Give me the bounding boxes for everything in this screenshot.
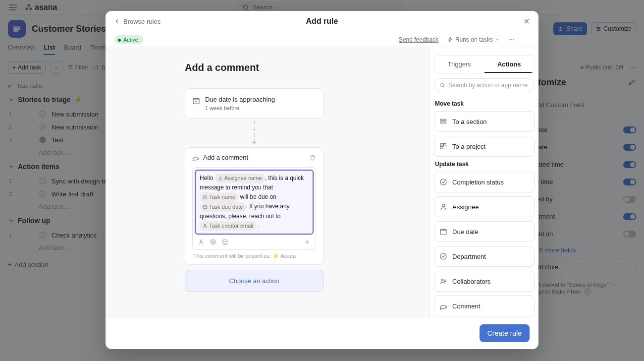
calendar-clock-icon [192, 97, 200, 105]
arrow-left-icon [113, 18, 120, 25]
action-option-label: Due date [452, 228, 479, 236]
svg-point-36 [441, 279, 443, 281]
svg-point-33 [442, 204, 444, 207]
action-header-label: Add a comment [203, 154, 248, 161]
arrow-down-icon [251, 138, 258, 145]
person-icon [203, 223, 208, 228]
action-option[interactable]: Collaborators [434, 271, 535, 292]
svg-point-37 [444, 280, 446, 282]
action-option-label: Collaborators [452, 278, 490, 285]
token-assignee-name[interactable]: Assignee name [215, 174, 265, 183]
token-task-name[interactable]: Task name [200, 192, 238, 202]
trigger-subtitle: 1 week before [205, 105, 275, 111]
check-circle-icon [203, 195, 208, 200]
emoji-icon [221, 239, 228, 245]
format-bold-button[interactable] [198, 239, 205, 245]
svg-rect-27 [441, 119, 446, 120]
posted-as-label: This comment will be posted as: ⚡ Asana [192, 250, 316, 259]
action-option-label: Assignee [452, 203, 479, 211]
svg-point-24 [224, 241, 224, 241]
svg-point-35 [440, 253, 446, 259]
svg-rect-31 [441, 147, 443, 149]
svg-point-26 [440, 83, 444, 87]
check-icon [439, 178, 447, 186]
svg-point-19 [203, 195, 207, 199]
chevron-down-icon [495, 37, 500, 42]
bolt-icon [447, 37, 453, 43]
trigger-card[interactable]: Due date is approaching 1 week before [185, 88, 323, 119]
close-icon [523, 17, 531, 25]
person-icon [218, 176, 223, 181]
svg-point-32 [440, 179, 446, 185]
create-rule-button[interactable]: Create rule [480, 324, 530, 342]
svg-rect-29 [441, 144, 443, 146]
svg-rect-34 [440, 229, 446, 235]
comment-icon [192, 154, 199, 161]
choose-action-button[interactable]: Choose an action [185, 270, 323, 292]
action-group-title: Update task [435, 161, 534, 168]
action-group-title: Move task [435, 100, 534, 107]
check-icon [439, 252, 447, 260]
browse-rules-back[interactable]: Browse rules [113, 18, 161, 25]
text-format-icon [198, 239, 205, 245]
modal-title: Add rule [306, 17, 338, 26]
add-rule-modal: Browse rules Add rule Active Send feedba… [106, 11, 538, 349]
action-option[interactable]: Assignee [434, 196, 535, 217]
emoji-button[interactable] [221, 239, 228, 245]
action-option[interactable]: Comment [434, 296, 535, 316]
token-task-due-date[interactable]: Task due date [200, 202, 246, 212]
insert-variable-button[interactable] [304, 239, 311, 245]
section-icon [439, 118, 447, 125]
svg-rect-17 [193, 98, 199, 104]
svg-rect-28 [441, 122, 446, 123]
svg-point-25 [225, 241, 226, 241]
action-option[interactable]: Completion status [434, 172, 535, 192]
plus-icon [304, 239, 311, 245]
calendar-icon [439, 228, 447, 236]
svg-point-18 [219, 177, 221, 178]
canvas-title: Add a comment [185, 62, 355, 73]
modal-overlay: Browse rules Add rule Active Send feedba… [0, 0, 644, 361]
sidebar-tab-actions[interactable]: Actions [484, 56, 535, 73]
action-option[interactable]: Due date [434, 221, 535, 242]
svg-point-22 [212, 241, 215, 243]
action-option[interactable]: To a project [434, 136, 535, 157]
delete-action-button[interactable] [309, 154, 316, 161]
person-icon [439, 203, 447, 211]
project-icon [439, 142, 447, 150]
sidebar-tab-triggers[interactable]: Triggers [434, 56, 484, 73]
runs-on-dropdown[interactable]: Runs on tasks [447, 36, 500, 43]
action-option-label: Completion status [452, 179, 504, 186]
action-option-label: To a section [452, 118, 486, 125]
comment-input[interactable]: Hello Assignee name, this is a quick mes… [195, 170, 314, 235]
action-option[interactable]: Department [434, 246, 535, 267]
rule-more-menu[interactable]: ⋯ [509, 36, 515, 43]
trigger-title: Due date is approaching [205, 96, 275, 103]
action-option-label: Department [452, 253, 486, 260]
send-feedback-link[interactable]: Send feedback [399, 36, 438, 43]
calendar-icon [203, 204, 208, 209]
action-search-input[interactable]: Search by action or app name [434, 78, 535, 92]
token-task-creator-email[interactable]: Task creator email [200, 221, 256, 231]
svg-point-21 [204, 224, 206, 226]
svg-rect-20 [203, 205, 207, 209]
search-icon [439, 82, 445, 88]
at-icon [210, 239, 216, 245]
people-icon [439, 277, 447, 285]
mention-button[interactable] [210, 239, 216, 245]
action-card: Add a comment Hello Assignee name, this … [185, 147, 323, 265]
action-option-label: To a project [452, 143, 485, 150]
svg-rect-30 [444, 144, 446, 146]
action-option-label: Comment [452, 302, 480, 310]
svg-point-23 [222, 239, 228, 244]
trash-icon [309, 154, 316, 161]
rule-connector: + [185, 119, 323, 147]
add-step-button[interactable]: + [251, 125, 258, 132]
rule-status-pill[interactable]: Active [114, 35, 143, 44]
close-modal-button[interactable] [523, 17, 531, 25]
comment-icon [439, 302, 447, 310]
action-option[interactable]: To a section [434, 111, 535, 132]
